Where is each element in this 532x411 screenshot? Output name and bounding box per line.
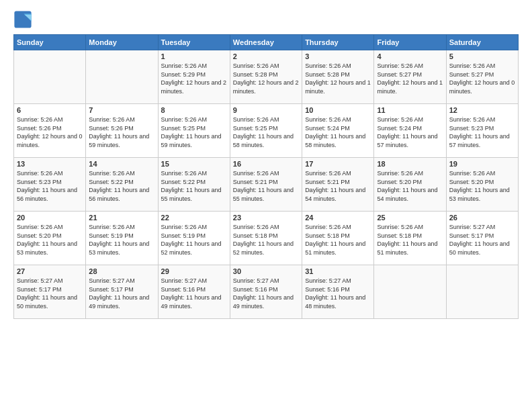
cell-content: Sunrise: 5:26 AM Sunset: 5:25 PM Dayligh… <box>161 116 227 149</box>
calendar-body: 1 Sunrise: 5:26 AM Sunset: 5:29 PM Dayli… <box>14 50 519 319</box>
day-number: 26 <box>449 214 515 222</box>
day-number: 31 <box>305 267 371 275</box>
day-number: 14 <box>89 160 154 168</box>
calendar-cell: 27 Sunrise: 5:27 AM Sunset: 5:17 PM Dayl… <box>14 265 86 319</box>
calendar-cell: 31 Sunrise: 5:27 AM Sunset: 5:16 PM Dayl… <box>302 265 374 319</box>
logo-icon <box>13 10 32 29</box>
cell-content: Sunrise: 5:26 AM Sunset: 5:19 PM Dayligh… <box>161 223 227 257</box>
calendar-cell: 6 Sunrise: 5:26 AM Sunset: 5:26 PM Dayli… <box>14 104 86 158</box>
calendar-cell: 20 Sunrise: 5:26 AM Sunset: 5:20 PM Dayl… <box>14 212 86 265</box>
calendar-cell: 17 Sunrise: 5:26 AM Sunset: 5:21 PM Dayl… <box>302 158 374 212</box>
calendar-cell: 28 Sunrise: 5:27 AM Sunset: 5:17 PM Dayl… <box>86 265 158 319</box>
day-number: 5 <box>449 52 515 60</box>
cell-content: Sunrise: 5:26 AM Sunset: 5:21 PM Dayligh… <box>233 169 299 203</box>
calendar-cell: 13 Sunrise: 5:26 AM Sunset: 5:23 PM Dayl… <box>14 158 86 212</box>
calendar-cell: 30 Sunrise: 5:27 AM Sunset: 5:16 PM Dayl… <box>230 265 302 319</box>
calendar-cell: 26 Sunrise: 5:27 AM Sunset: 5:17 PM Dayl… <box>446 212 518 265</box>
calendar-cell: 7 Sunrise: 5:26 AM Sunset: 5:26 PM Dayli… <box>86 104 158 158</box>
day-number: 2 <box>233 52 299 60</box>
calendar-cell: 16 Sunrise: 5:26 AM Sunset: 5:21 PM Dayl… <box>230 158 302 212</box>
calendar-header-row: SundayMondayTuesdayWednesdayThursdayFrid… <box>14 35 519 50</box>
day-number: 1 <box>161 52 227 60</box>
svg-rect-0 <box>14 11 31 28</box>
day-number: 17 <box>305 160 371 168</box>
cell-content: Sunrise: 5:26 AM Sunset: 5:23 PM Dayligh… <box>449 116 515 149</box>
calendar-cell: 24 Sunrise: 5:26 AM Sunset: 5:18 PM Dayl… <box>302 212 374 265</box>
logo <box>13 10 35 29</box>
day-number: 21 <box>89 214 154 222</box>
calendar-cell: 11 Sunrise: 5:26 AM Sunset: 5:24 PM Dayl… <box>374 104 446 158</box>
cell-content: Sunrise: 5:26 AM Sunset: 5:26 PM Dayligh… <box>89 116 154 149</box>
calendar-cell: 8 Sunrise: 5:26 AM Sunset: 5:25 PM Dayli… <box>158 104 230 158</box>
calendar-cell: 19 Sunrise: 5:26 AM Sunset: 5:20 PM Dayl… <box>446 158 518 212</box>
calendar-week-1: 6 Sunrise: 5:26 AM Sunset: 5:26 PM Dayli… <box>14 104 519 158</box>
cell-content: Sunrise: 5:26 AM Sunset: 5:20 PM Dayligh… <box>17 223 83 257</box>
calendar-table: SundayMondayTuesdayWednesdayThursdayFrid… <box>13 34 519 319</box>
day-number: 30 <box>233 267 299 275</box>
day-number: 15 <box>161 160 227 168</box>
cell-content: Sunrise: 5:26 AM Sunset: 5:18 PM Dayligh… <box>377 223 443 257</box>
cell-content: Sunrise: 5:26 AM Sunset: 5:22 PM Dayligh… <box>89 169 154 203</box>
header <box>13 10 519 29</box>
cell-content: Sunrise: 5:26 AM Sunset: 5:24 PM Dayligh… <box>377 116 443 149</box>
day-number: 29 <box>161 267 227 275</box>
day-number: 20 <box>17 214 83 222</box>
calendar-cell <box>446 265 518 319</box>
calendar-cell: 14 Sunrise: 5:26 AM Sunset: 5:22 PM Dayl… <box>86 158 158 212</box>
calendar-cell: 21 Sunrise: 5:26 AM Sunset: 5:19 PM Dayl… <box>86 212 158 265</box>
cell-content: Sunrise: 5:26 AM Sunset: 5:22 PM Dayligh… <box>161 169 227 203</box>
header-cell-saturday: Saturday <box>446 35 518 50</box>
calendar-cell: 1 Sunrise: 5:26 AM Sunset: 5:29 PM Dayli… <box>158 50 230 104</box>
calendar-cell: 10 Sunrise: 5:26 AM Sunset: 5:24 PM Dayl… <box>302 104 374 158</box>
day-number: 10 <box>305 106 371 114</box>
calendar-cell: 4 Sunrise: 5:26 AM Sunset: 5:27 PM Dayli… <box>374 50 446 104</box>
calendar-cell: 3 Sunrise: 5:26 AM Sunset: 5:28 PM Dayli… <box>302 50 374 104</box>
cell-content: Sunrise: 5:26 AM Sunset: 5:27 PM Dayligh… <box>377 62 443 95</box>
calendar-cell: 25 Sunrise: 5:26 AM Sunset: 5:18 PM Dayl… <box>374 212 446 265</box>
cell-content: Sunrise: 5:26 AM Sunset: 5:19 PM Dayligh… <box>89 223 154 257</box>
day-number: 27 <box>17 267 83 275</box>
cell-content: Sunrise: 5:27 AM Sunset: 5:16 PM Dayligh… <box>233 277 299 310</box>
cell-content: Sunrise: 5:26 AM Sunset: 5:26 PM Dayligh… <box>17 116 83 149</box>
cell-content: Sunrise: 5:26 AM Sunset: 5:21 PM Dayligh… <box>305 169 371 203</box>
day-number: 23 <box>233 214 299 222</box>
cell-content: Sunrise: 5:27 AM Sunset: 5:16 PM Dayligh… <box>161 277 227 310</box>
cell-content: Sunrise: 5:26 AM Sunset: 5:18 PM Dayligh… <box>305 223 371 257</box>
cell-content: Sunrise: 5:26 AM Sunset: 5:18 PM Dayligh… <box>233 223 299 257</box>
header-cell-wednesday: Wednesday <box>230 35 302 50</box>
calendar-cell: 2 Sunrise: 5:26 AM Sunset: 5:28 PM Dayli… <box>230 50 302 104</box>
cell-content: Sunrise: 5:26 AM Sunset: 5:29 PM Dayligh… <box>161 62 227 95</box>
cell-content: Sunrise: 5:26 AM Sunset: 5:20 PM Dayligh… <box>449 169 515 203</box>
day-number: 28 <box>89 267 154 275</box>
day-number: 18 <box>377 160 443 168</box>
header-cell-monday: Monday <box>86 35 158 50</box>
cell-content: Sunrise: 5:26 AM Sunset: 5:28 PM Dayligh… <box>233 62 299 95</box>
cell-content: Sunrise: 5:27 AM Sunset: 5:17 PM Dayligh… <box>17 277 83 310</box>
day-number: 25 <box>377 214 443 222</box>
header-cell-sunday: Sunday <box>14 35 86 50</box>
calendar-week-2: 13 Sunrise: 5:26 AM Sunset: 5:23 PM Dayl… <box>14 158 519 212</box>
day-number: 13 <box>17 160 83 168</box>
calendar-week-3: 20 Sunrise: 5:26 AM Sunset: 5:20 PM Dayl… <box>14 212 519 265</box>
calendar-cell: 5 Sunrise: 5:26 AM Sunset: 5:27 PM Dayli… <box>446 50 518 104</box>
day-number: 4 <box>377 52 443 60</box>
day-number: 9 <box>233 106 299 114</box>
cell-content: Sunrise: 5:26 AM Sunset: 5:25 PM Dayligh… <box>233 116 299 149</box>
header-cell-tuesday: Tuesday <box>158 35 230 50</box>
day-number: 7 <box>89 106 154 114</box>
day-number: 22 <box>161 214 227 222</box>
day-number: 12 <box>449 106 515 114</box>
cell-content: Sunrise: 5:27 AM Sunset: 5:17 PM Dayligh… <box>89 277 154 310</box>
calendar-week-0: 1 Sunrise: 5:26 AM Sunset: 5:29 PM Dayli… <box>14 50 519 104</box>
day-number: 24 <box>305 214 371 222</box>
page-container: SundayMondayTuesdayWednesdayThursdayFrid… <box>0 0 532 326</box>
calendar-cell: 12 Sunrise: 5:26 AM Sunset: 5:23 PM Dayl… <box>446 104 518 158</box>
day-number: 16 <box>233 160 299 168</box>
cell-content: Sunrise: 5:26 AM Sunset: 5:28 PM Dayligh… <box>305 62 371 95</box>
day-number: 19 <box>449 160 515 168</box>
day-number: 11 <box>377 106 443 114</box>
cell-content: Sunrise: 5:27 AM Sunset: 5:16 PM Dayligh… <box>305 277 371 310</box>
calendar-cell <box>14 50 86 104</box>
cell-content: Sunrise: 5:26 AM Sunset: 5:23 PM Dayligh… <box>17 169 83 203</box>
header-cell-friday: Friday <box>374 35 446 50</box>
